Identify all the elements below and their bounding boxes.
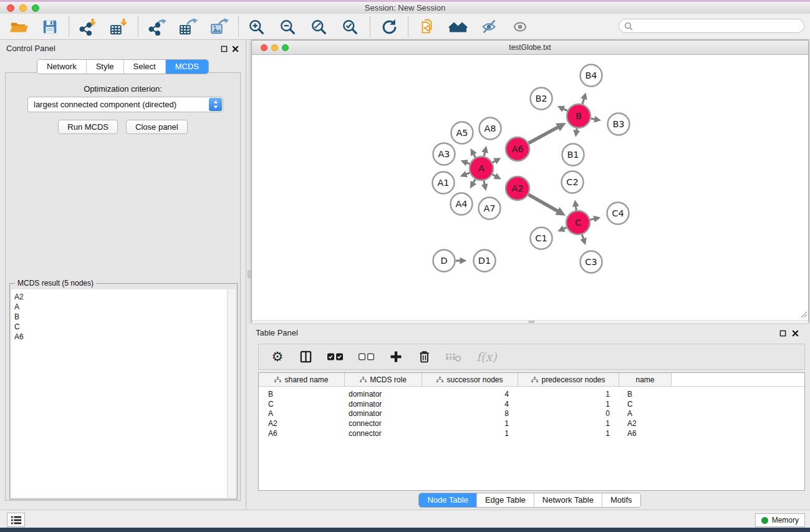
float-icon[interactable]	[779, 329, 787, 337]
import-table-icon[interactable]	[108, 17, 130, 36]
tab-style[interactable]: Style	[87, 60, 124, 74]
deselect-all-icon[interactable]	[358, 349, 375, 365]
tab-network-table[interactable]: Network Table	[534, 493, 602, 507]
edge-C-C1[interactable]	[557, 226, 566, 232]
cell-shared-name[interactable]: B	[259, 390, 345, 399]
show-graphics-icon[interactable]	[509, 17, 532, 36]
memory-button[interactable]: Memory	[755, 513, 805, 527]
refresh-icon[interactable]	[378, 17, 400, 36]
edge-D-D1[interactable]	[456, 258, 467, 264]
edge-A-A6[interactable]	[493, 158, 501, 164]
cell-successor-nodes[interactable]: 4	[422, 390, 518, 399]
zoom-out-icon[interactable]	[277, 17, 300, 36]
cell-predecessor-nodes[interactable]: 0	[518, 409, 619, 418]
titlebar[interactable]: Session: New Session	[0, 2, 810, 14]
criterion-dropdown[interactable]: largest connected component (directed)	[27, 97, 223, 112]
cell-mcds-role[interactable]: connector	[345, 419, 422, 428]
export-image-icon[interactable]	[208, 17, 231, 36]
home-icon[interactable]	[447, 17, 470, 36]
node-B2[interactable]: B2	[531, 88, 552, 110]
network-window-titlebar[interactable]: testGlobe.txt	[252, 41, 808, 55]
task-history-button[interactable]	[7, 513, 25, 527]
edge-A-A4[interactable]	[470, 179, 476, 188]
node-A7[interactable]: A7	[479, 198, 501, 220]
node-C3[interactable]: C3	[581, 251, 602, 273]
edge-A-A7[interactable]	[481, 181, 488, 191]
node-A5[interactable]: A5	[451, 122, 473, 144]
cell-shared-name[interactable]: A2	[259, 419, 345, 428]
cell-predecessor-nodes[interactable]: 1	[518, 390, 619, 399]
open-folder-icon[interactable]	[7, 17, 30, 36]
node-A[interactable]: A	[470, 157, 493, 180]
tab-edge-table[interactable]: Edge Table	[477, 493, 534, 507]
node-B1[interactable]: B1	[562, 144, 584, 166]
cell-shared-name[interactable]: C	[259, 400, 345, 409]
network-canvas[interactable]: B4B2BB3A8A5A6A3B1AA1C2A2A4A7C4CC1DD1C3	[252, 55, 808, 321]
edge-B-B1[interactable]	[573, 128, 580, 137]
network-vertical-scrollbar[interactable]	[248, 270, 251, 278]
settings-gear-icon[interactable]: ⚙	[271, 349, 284, 365]
float-icon[interactable]	[220, 45, 228, 53]
cell-predecessor-nodes[interactable]: 1	[518, 419, 619, 428]
tab-node-table[interactable]: Node Table	[419, 493, 477, 507]
cell-mcds-role[interactable]: dominator	[345, 409, 422, 418]
cell-successor-nodes[interactable]: 4	[422, 400, 518, 409]
column-header-name[interactable]: name	[619, 373, 672, 386]
search-field[interactable]	[619, 19, 804, 33]
node-A8[interactable]: A8	[480, 118, 501, 140]
node-A2[interactable]: A2	[506, 177, 529, 200]
cell-successor-nodes[interactable]: 1	[422, 419, 518, 428]
node-B[interactable]: B	[567, 104, 591, 128]
table-row[interactable]: Adominator80A	[259, 409, 804, 419]
cell-mcds-role[interactable]: dominator	[345, 400, 422, 409]
edge-A-A1[interactable]	[460, 171, 470, 177]
mcds-result-item[interactable]: A	[14, 302, 227, 312]
cell-successor-nodes[interactable]: 8	[422, 409, 518, 418]
cell-predecessor-nodes[interactable]: 1	[518, 429, 619, 438]
column-header-shared-name[interactable]: shared name	[259, 373, 345, 386]
run-mcds-button[interactable]: Run MCDS	[58, 120, 118, 134]
cell-name[interactable]: A	[619, 409, 672, 418]
resize-grip-icon[interactable]	[800, 309, 808, 321]
cell-shared-name[interactable]: A6	[259, 429, 345, 438]
cell-name[interactable]: B	[619, 390, 672, 399]
column-header-mcds-role[interactable]: MCDS role	[345, 373, 422, 386]
node-C4[interactable]: C4	[607, 203, 629, 225]
node-A1[interactable]: A1	[433, 172, 455, 194]
export-table-icon[interactable]	[177, 17, 200, 36]
cell-mcds-role[interactable]: dominator	[345, 390, 422, 399]
export-network-icon[interactable]	[146, 17, 168, 36]
add-row-icon[interactable]	[389, 349, 403, 365]
edge-C-C2[interactable]	[572, 200, 579, 210]
column-header-predecessor-nodes[interactable]: predecessor nodes	[518, 373, 619, 386]
close-icon[interactable]	[231, 45, 239, 53]
edge-A2-C[interactable]	[528, 195, 566, 216]
import-network-icon[interactable]	[77, 17, 99, 36]
node-C[interactable]: C	[566, 211, 590, 235]
node-A4[interactable]: A4	[451, 193, 473, 215]
tab-motifs[interactable]: Motifs	[602, 493, 640, 507]
table-row[interactable]: Bdominator41B	[259, 389, 804, 399]
node-D1[interactable]: D1	[474, 250, 496, 272]
mcds-result-item[interactable]: A6	[14, 332, 227, 342]
cell-successor-nodes[interactable]: 1	[422, 429, 518, 438]
edge-A-A2[interactable]	[493, 173, 501, 179]
edge-B-B4[interactable]	[581, 92, 587, 104]
mcds-result-item[interactable]: A2	[14, 292, 227, 302]
edge-B-B2[interactable]	[557, 106, 567, 112]
cell-name[interactable]: C	[619, 400, 672, 409]
delete-row-icon[interactable]	[417, 349, 431, 365]
node-A3[interactable]: A3	[433, 143, 455, 165]
edge-A6-B[interactable]	[529, 123, 566, 143]
edge-C-C4[interactable]	[590, 216, 600, 223]
network-horizontal-scroll-thumb[interactable]	[528, 321, 535, 323]
network-horizontal-scrollbar[interactable]	[252, 320, 808, 324]
show-column-icon[interactable]	[299, 349, 312, 365]
table-row[interactable]: Cdominator41C	[259, 399, 804, 409]
hide-annotations-icon[interactable]	[478, 17, 501, 36]
mcds-result-item[interactable]: C	[14, 322, 227, 332]
edge-C-C3[interactable]	[580, 235, 586, 245]
node-C1[interactable]: C1	[531, 228, 552, 249]
node-A6[interactable]: A6	[506, 137, 529, 161]
mcds-result-item[interactable]: B	[14, 312, 227, 322]
